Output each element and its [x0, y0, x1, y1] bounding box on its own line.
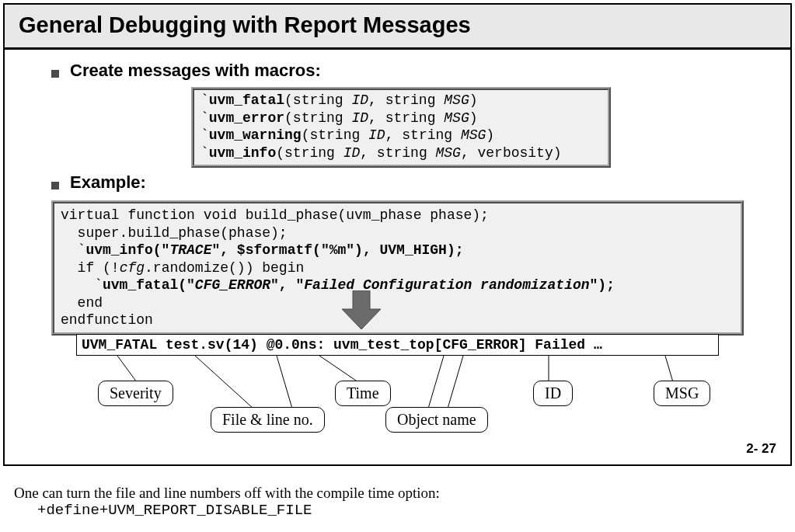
bullet-icon — [51, 182, 59, 190]
code-line: `uvm_fatal("CFG_ERROR", "Failed Configur… — [61, 276, 734, 294]
output-line: UVM_FATAL test.sv(14) @0.0ns: uvm_test_t… — [76, 334, 719, 356]
svg-line-1 — [117, 356, 137, 382]
slide-title: General Debugging with Report Messages — [5, 5, 790, 50]
callout-file-line: File & line no. — [211, 407, 325, 433]
macro-line-info: `uvm_info(string ID, string MSG, verbosi… — [200, 144, 601, 162]
code-line: `uvm_info("TRACE", $sformatf("%m"), UVM_… — [61, 242, 734, 259]
code-line: super.build_phase(phase); — [61, 224, 734, 242]
slide-content: Create messages with macros: `uvm_fatal(… — [5, 50, 790, 449]
code-line: if (!cfg.randomize()) begin — [61, 259, 734, 277]
bullet-create-messages: Create messages with macros: — [51, 61, 759, 81]
callout-severity: Severity — [98, 381, 173, 406]
svg-line-4 — [319, 356, 358, 382]
macro-line-fatal: `uvm_fatal(string ID, string MSG) — [200, 92, 601, 110]
bullet-icon — [51, 70, 59, 78]
bullet-example: Example: — [51, 172, 759, 193]
example-code-box: virtual function void build_phase(uvm_ph… — [51, 200, 744, 336]
svg-line-8 — [665, 356, 673, 382]
callout-area: Severity File & line no. Time Object nam… — [51, 356, 759, 449]
callout-object-name: Object name — [385, 407, 488, 433]
footnote-code: +define+UVM_REPORT_DISABLE_FILE — [37, 502, 795, 519]
code-line: end — [61, 294, 734, 312]
callout-id: ID — [533, 381, 573, 406]
macro-signatures-box: `uvm_fatal(string ID, string MSG) `uvm_e… — [191, 87, 611, 168]
svg-line-6 — [448, 356, 463, 409]
bullet-text: Example: — [70, 172, 146, 193]
bullet-text: Create messages with macros: — [70, 61, 321, 81]
macro-line-warning: `uvm_warning(string ID, string MSG) — [200, 127, 601, 144]
slide-frame: General Debugging with Report Messages C… — [3, 3, 792, 466]
footnote-text: One can turn the file and line numbers o… — [14, 485, 795, 502]
svg-line-3 — [277, 356, 292, 409]
callout-msg: MSG — [654, 381, 710, 406]
callout-time: Time — [335, 381, 391, 406]
code-line: endfunction — [61, 311, 734, 329]
code-line: virtual function void build_phase(uvm_ph… — [61, 207, 734, 224]
svg-line-5 — [428, 356, 444, 409]
svg-line-2 — [195, 356, 253, 409]
page-number: 2- 27 — [746, 441, 776, 457]
macro-line-error: `uvm_error(string ID, string MSG) — [200, 110, 601, 127]
